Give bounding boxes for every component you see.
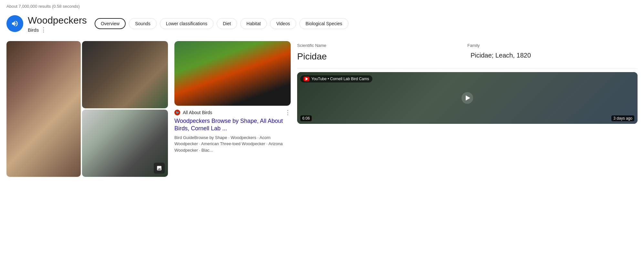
content-grid: 🐦 All About Birds ⋮ Woodpeckers Browse b… xyxy=(6,41,638,177)
header-section: Woodpeckers Birds ⋮ Overview Sounds Lowe… xyxy=(6,11,638,38)
images-section xyxy=(6,41,168,177)
scientific-info-table: Scientific Name Family Picidae Picidae; … xyxy=(297,41,638,63)
image-left[interactable] xyxy=(6,41,81,177)
info-panel: Scientific Name Family Picidae Picidae; … xyxy=(297,41,638,177)
images-right-column xyxy=(82,41,168,177)
tab-overview[interactable]: Overview xyxy=(95,18,126,29)
title-block: Woodpeckers Birds ⋮ xyxy=(6,15,87,33)
image-search-badge[interactable] xyxy=(154,163,165,174)
play-button[interactable] xyxy=(462,92,473,104)
feature-bird-image[interactable] xyxy=(174,41,291,106)
result-title[interactable]: Woodpeckers Browse by Shape, All About B… xyxy=(174,117,291,133)
tabs-row: Overview Sounds Lower classifications Di… xyxy=(95,18,348,29)
more-options-icon[interactable]: ⋮ xyxy=(41,27,47,33)
tab-biological-species[interactable]: Biological Species xyxy=(299,18,348,29)
subtitle-row: Birds ⋮ xyxy=(28,27,87,33)
family-value: Picidae; Leach, 1820 xyxy=(467,50,638,63)
search-result-card: 🐦 All About Birds ⋮ Woodpeckers Browse b… xyxy=(174,41,291,177)
subtitle-label: Birds xyxy=(28,27,39,33)
video-source-overlay: YouTube • Cornell Lab Bird Cams xyxy=(300,75,372,82)
result-menu-icon[interactable]: ⋮ xyxy=(285,109,291,116)
image-right-bottom[interactable] xyxy=(82,110,168,177)
tab-videos[interactable]: Videos xyxy=(270,18,296,29)
source-name: All About Birds xyxy=(183,110,212,115)
woodpecker-image-1 xyxy=(6,41,81,177)
source-left: 🐦 All About Birds xyxy=(174,110,212,115)
page-title: Woodpeckers xyxy=(28,15,87,26)
video-card[interactable]: YouTube • Cornell Lab Bird Cams 6:06 3 d… xyxy=(297,72,638,124)
video-thumbnail: YouTube • Cornell Lab Bird Cams 6:06 3 d… xyxy=(297,72,638,124)
divider xyxy=(297,69,638,69)
tab-lower-classifications[interactable]: Lower classifications xyxy=(160,18,213,29)
speaker-icon xyxy=(11,20,19,27)
scientific-name-value: Picidae xyxy=(297,50,467,63)
tab-sounds[interactable]: Sounds xyxy=(129,18,156,29)
video-age: 3 days ago xyxy=(611,115,634,121)
image-search-icon xyxy=(156,165,162,171)
youtube-icon xyxy=(304,77,309,81)
source-favicon: 🐦 xyxy=(174,110,180,115)
tab-habitat[interactable]: Habitat xyxy=(240,18,267,29)
video-source-text: YouTube • Cornell Lab Bird Cams xyxy=(311,77,369,81)
woodpecker-image-2 xyxy=(82,41,168,108)
favicon-emoji: 🐦 xyxy=(176,111,179,114)
image-right-top[interactable] xyxy=(82,41,168,108)
tab-diet[interactable]: Diet xyxy=(217,18,237,29)
result-source-row: 🐦 All About Birds ⋮ xyxy=(174,109,291,116)
results-count: About 7,000,000 results (0.58 seconds) xyxy=(0,0,644,11)
video-duration: 6:06 xyxy=(300,115,312,121)
family-header: Family xyxy=(467,41,638,50)
sound-button[interactable] xyxy=(6,15,23,32)
title-text-block: Woodpeckers Birds ⋮ xyxy=(28,15,87,33)
result-snippet: Bird GuideBrowse by Shape · Woodpeckers … xyxy=(174,134,291,154)
scientific-name-header: Scientific Name xyxy=(297,41,467,50)
